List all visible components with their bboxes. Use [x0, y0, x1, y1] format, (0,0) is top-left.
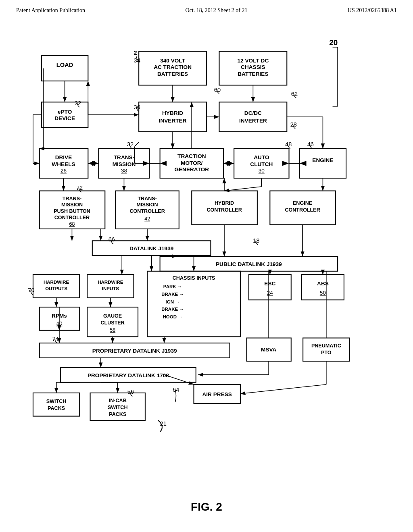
svg-text:38: 38 [121, 168, 127, 174]
svg-text:ABS: ABS [317, 281, 329, 287]
header-middle: Oct. 18, 2012 Sheet 2 of 21 [185, 7, 247, 14]
svg-text:MISSION: MISSION [61, 202, 83, 208]
svg-text:CHASSIS INPUTS: CHASSIS INPUTS [173, 275, 215, 281]
svg-text:MSVA: MSVA [261, 347, 277, 353]
svg-text:42: 42 [144, 216, 150, 222]
svg-text:INVERTER: INVERTER [239, 118, 267, 124]
svg-text:DC/DC: DC/DC [244, 110, 262, 116]
svg-text:340 VOLT: 340 VOLT [160, 58, 186, 64]
diagram-container: 20 LOAD 340 VOLT AC TRACTION BATTERIES 2… [0, 14, 413, 497]
svg-text:IGN →: IGN → [165, 299, 179, 304]
svg-text:30: 30 [259, 168, 265, 174]
svg-text:TRANS-: TRANS- [114, 154, 134, 160]
svg-line-115 [135, 142, 139, 146]
svg-text:HARDWIRE: HARDWIRE [44, 280, 69, 285]
svg-text:CLUSTER: CLUSTER [100, 320, 124, 326]
svg-text:HYBRID: HYBRID [162, 110, 183, 116]
svg-text:BATTERIES: BATTERIES [157, 71, 188, 77]
svg-line-111 [224, 187, 261, 191]
svg-text:AUTO: AUTO [254, 154, 269, 160]
svg-text:PNEUMATIC: PNEUMATIC [311, 343, 341, 349]
header-right: US 2012/0265388 A1 [348, 7, 397, 14]
svg-text:ePTO: ePTO [58, 109, 72, 115]
svg-text:MISSION: MISSION [137, 202, 158, 208]
chassis-inputs-box [147, 271, 240, 337]
svg-text:HYBRID: HYBRID [215, 200, 234, 206]
ref-20: 20 [329, 38, 338, 47]
pneumatic-pto-box [303, 338, 349, 362]
svg-text:OUTPUTS: OUTPUTS [45, 286, 67, 291]
svg-text:26: 26 [60, 168, 67, 174]
svg-text:GENERATOR: GENERATOR [174, 166, 209, 172]
page-header: Patent Application Publication Oct. 18, … [0, 0, 413, 14]
svg-text:LOAD: LOAD [56, 62, 73, 68]
svg-text:TRANS-: TRANS- [138, 196, 157, 202]
svg-text:24: 24 [267, 290, 273, 296]
svg-text:PROPRIETARY DATALINK J1939: PROPRIETARY DATALINK J1939 [92, 348, 177, 354]
svg-text:CONTROLLER: CONTROLLER [285, 207, 320, 213]
svg-text:CONTROLLER: CONTROLLER [206, 207, 242, 213]
svg-text:CLUTCH: CLUTCH [250, 161, 273, 167]
svg-text:34: 34 [134, 57, 140, 64]
svg-text:BATTERIES: BATTERIES [238, 71, 268, 77]
svg-text:MISSION: MISSION [113, 161, 136, 167]
svg-text:PTO: PTO [321, 350, 332, 355]
svg-line-155 [240, 384, 326, 394]
svg-text:HARDWIRE: HARDWIRE [98, 280, 123, 285]
figure-label: FIG. 2 [0, 501, 413, 513]
svg-text:TRACTION: TRACTION [177, 153, 206, 159]
svg-text:CONTROLLER: CONTROLLER [54, 215, 90, 220]
svg-text:INPUTS: INPUTS [102, 286, 119, 291]
svg-text:ENGINE: ENGINE [293, 200, 312, 206]
svg-text:WHEELS: WHEELS [52, 161, 75, 167]
svg-text:IN-CAB: IN-CAB [109, 398, 127, 403]
svg-text:50: 50 [320, 290, 326, 296]
patent-diagram: 20 LOAD 340 VOLT AC TRACTION BATTERIES 2… [16, 22, 397, 487]
svg-text:PROPRIETARY DATALINK 1708: PROPRIETARY DATALINK 1708 [88, 372, 169, 378]
svg-text:CONTROLLER: CONTROLLER [129, 208, 165, 214]
svg-text:SWITCH: SWITCH [46, 399, 67, 404]
svg-text:TRANS-: TRANS- [63, 196, 82, 202]
svg-text:CHASSIS: CHASSIS [241, 64, 265, 70]
esc-box [249, 274, 291, 300]
svg-text:PARK →: PARK → [163, 284, 182, 289]
svg-text:DRIVE: DRIVE [55, 154, 72, 160]
svg-text:2: 2 [134, 50, 137, 56]
svg-text:BRAKE →: BRAKE → [161, 292, 184, 297]
svg-text:PUSH BUTTON: PUSH BUTTON [54, 208, 90, 214]
svg-text:DATALINK J1939: DATALINK J1939 [129, 245, 174, 251]
svg-text:HOOD →: HOOD → [163, 314, 182, 319]
svg-text:PACKS: PACKS [48, 405, 65, 411]
hybrid-inverter-box [139, 102, 206, 131]
abs-box [302, 274, 344, 300]
svg-text:SWITCH: SWITCH [108, 405, 128, 410]
svg-text:MOTOR/: MOTOR/ [181, 160, 202, 166]
svg-text:BRAKE →: BRAKE → [161, 307, 184, 312]
svg-text:68: 68 [69, 221, 75, 227]
svg-text:PUBLIC DATALINK J1939: PUBLIC DATALINK J1939 [216, 261, 282, 267]
header-left: Patent Application Publication [16, 7, 85, 14]
svg-text:INVERTER: INVERTER [159, 118, 187, 124]
svg-text:58: 58 [110, 327, 115, 333]
svg-text:GAUGE: GAUGE [103, 313, 122, 319]
svg-text:12 VOLT DC: 12 VOLT DC [238, 58, 269, 64]
svg-text:AIR PRESS: AIR PRESS [202, 391, 232, 397]
load-box [42, 56, 88, 81]
svg-text:AC TRACTION: AC TRACTION [154, 64, 192, 70]
svg-line-138 [164, 375, 194, 384]
engine-box [300, 149, 346, 178]
switch-packs-box [33, 393, 79, 416]
svg-text:ESC: ESC [264, 281, 275, 287]
svg-text:DEVICE: DEVICE [54, 115, 75, 121]
svg-text:ENGINE: ENGINE [312, 157, 333, 163]
svg-text:PACKS: PACKS [109, 411, 126, 417]
dcdc-inverter-box [219, 102, 287, 131]
